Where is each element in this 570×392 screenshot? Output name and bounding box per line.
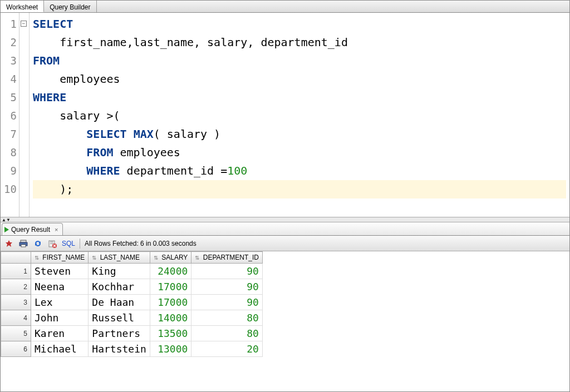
app-window: Worksheet Query Builder 12345678910 − SE…: [0, 0, 570, 392]
svg-rect-0: [21, 240, 26, 242]
cell[interactable]: 90: [191, 295, 263, 310]
result-tabbar: Query Result ×: [1, 222, 569, 236]
cell[interactable]: Karen: [31, 326, 89, 341]
cell[interactable]: Russell: [89, 310, 150, 326]
line-number: 3: [1, 52, 17, 70]
cell[interactable]: Steven: [31, 264, 89, 279]
sort-icon[interactable]: ⇅: [195, 255, 199, 261]
column-header[interactable]: ⇅ FIRST_NAME: [31, 252, 89, 264]
tab-query-result[interactable]: Query Result ×: [2, 223, 63, 235]
cell[interactable]: Hartstein: [89, 341, 150, 357]
row-number: 4: [1, 310, 31, 326]
cell[interactable]: John: [31, 310, 89, 326]
cell[interactable]: 24000: [150, 264, 191, 279]
cell[interactable]: 80: [191, 310, 263, 326]
cell[interactable]: 20: [191, 341, 263, 357]
line-number: 10: [1, 180, 17, 199]
column-header[interactable]: ⇅ DEPARTMENT_ID: [191, 252, 263, 264]
close-icon[interactable]: ×: [55, 226, 58, 233]
code-line[interactable]: salary >(: [33, 107, 566, 125]
table-row[interactable]: 6MichaelHartstein1300020: [1, 341, 263, 357]
cell[interactable]: King: [89, 264, 150, 279]
sort-icon[interactable]: ⇅: [35, 255, 39, 261]
table-row[interactable]: 4JohnRussell1400080: [1, 310, 263, 326]
row-number: 5: [1, 326, 31, 341]
cell[interactable]: Partners: [89, 326, 150, 341]
line-number: 2: [1, 33, 17, 52]
fetch-status: All Rows Fetched: 6 in 0.003 seconds: [85, 240, 196, 247]
table-row[interactable]: 3LexDe Haan1700090: [1, 295, 263, 310]
code-line[interactable]: FROM: [33, 52, 566, 70]
row-number: 3: [1, 295, 31, 310]
cell[interactable]: Neena: [31, 279, 89, 295]
fold-toggle-icon[interactable]: −: [21, 21, 27, 27]
code-line[interactable]: SELECT: [33, 15, 566, 33]
line-number: 4: [1, 70, 17, 88]
line-number: 5: [1, 88, 17, 107]
line-number: 1: [1, 15, 17, 33]
row-number: 6: [1, 341, 31, 357]
play-icon: [4, 227, 9, 232]
sql-link[interactable]: SQL: [62, 240, 75, 247]
pin-icon[interactable]: [4, 239, 14, 249]
delete-icon[interactable]: [47, 239, 57, 249]
cell[interactable]: 17000: [150, 279, 191, 295]
results-grid-container: ⇅ FIRST_NAME⇅ LAST_NAME⇅ SALARY⇅ DEPARTM…: [1, 251, 569, 391]
code-line[interactable]: employees: [33, 70, 566, 88]
line-number-gutter: 12345678910: [1, 13, 19, 217]
result-tab-label: Query Result: [11, 226, 50, 234]
cell[interactable]: 17000: [150, 295, 191, 310]
cell[interactable]: 90: [191, 264, 263, 279]
column-header[interactable]: ⇅ LAST_NAME: [89, 252, 150, 264]
table-row[interactable]: 1StevenKing2400090: [1, 264, 263, 279]
result-toolbar: SQL All Rows Fetched: 6 in 0.003 seconds: [1, 236, 569, 251]
code-line[interactable]: WHERE department_id =100: [33, 162, 566, 180]
code-line[interactable]: first_name,last_name, salary, department…: [33, 33, 566, 52]
svg-rect-2: [21, 245, 26, 247]
line-number: 7: [1, 125, 17, 143]
cell[interactable]: 80: [191, 326, 263, 341]
tab-worksheet[interactable]: Worksheet: [1, 1, 44, 12]
tab-query-builder[interactable]: Query Builder: [44, 1, 96, 12]
cell[interactable]: Michael: [31, 341, 89, 357]
worksheet-tabbar: Worksheet Query Builder: [1, 1, 569, 13]
sql-editor[interactable]: 12345678910 − SELECT first_name,last_nam…: [1, 13, 569, 217]
cell[interactable]: 14000: [150, 310, 191, 326]
row-number: 2: [1, 279, 31, 295]
code-line[interactable]: WHERE: [33, 88, 566, 107]
code-area[interactable]: SELECT first_name,last_name, salary, dep…: [30, 13, 569, 217]
grid-corner: [1, 252, 31, 264]
code-line[interactable]: FROM employees: [33, 143, 566, 162]
cell[interactable]: 90: [191, 279, 263, 295]
cell[interactable]: Kochhar: [89, 279, 150, 295]
cell[interactable]: 13500: [150, 326, 191, 341]
refresh-icon[interactable]: [33, 239, 43, 249]
table-row[interactable]: 2NeenaKochhar1700090: [1, 279, 263, 295]
code-line[interactable]: );: [33, 180, 566, 199]
toolbar-separator: [80, 239, 80, 249]
table-row[interactable]: 5KarenPartners1350080: [1, 326, 263, 341]
fold-gutter: −: [19, 13, 30, 217]
line-number: 8: [1, 143, 17, 162]
column-header[interactable]: ⇅ SALARY: [150, 252, 191, 264]
cell[interactable]: De Haan: [89, 295, 150, 310]
row-number: 1: [1, 264, 31, 279]
line-number: 6: [1, 107, 17, 125]
sort-icon[interactable]: ⇅: [92, 255, 96, 261]
sort-icon[interactable]: ⇅: [154, 255, 158, 261]
line-number: 9: [1, 162, 17, 180]
cell[interactable]: Lex: [31, 295, 89, 310]
cell[interactable]: 13000: [150, 341, 191, 357]
pane-splitter[interactable]: ▲▼: [1, 217, 569, 222]
print-icon[interactable]: [18, 239, 28, 249]
code-line[interactable]: SELECT MAX( salary ): [33, 125, 566, 143]
results-grid[interactable]: ⇅ FIRST_NAME⇅ LAST_NAME⇅ SALARY⇅ DEPARTM…: [1, 251, 263, 357]
